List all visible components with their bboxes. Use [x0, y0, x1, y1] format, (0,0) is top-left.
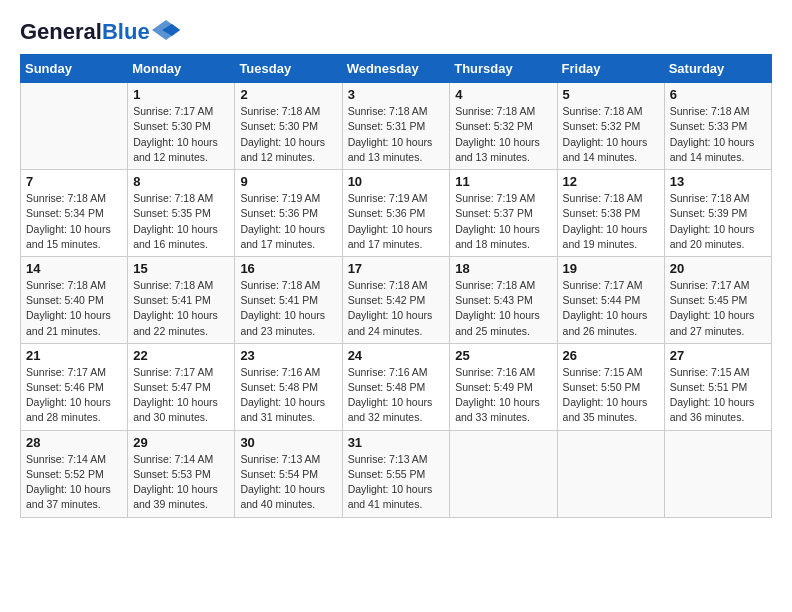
day-cell: 12Sunrise: 7:18 AMSunset: 5:38 PMDayligh…	[557, 170, 664, 257]
day-number: 6	[670, 87, 766, 102]
day-number: 10	[348, 174, 445, 189]
day-cell: 14Sunrise: 7:18 AMSunset: 5:40 PMDayligh…	[21, 256, 128, 343]
day-number: 19	[563, 261, 659, 276]
calendar-header-row: SundayMondayTuesdayWednesdayThursdayFrid…	[21, 55, 772, 83]
day-cell	[21, 83, 128, 170]
week-row-3: 14Sunrise: 7:18 AMSunset: 5:40 PMDayligh…	[21, 256, 772, 343]
day-info: Sunrise: 7:18 AMSunset: 5:32 PMDaylight:…	[455, 104, 551, 165]
day-info: Sunrise: 7:15 AMSunset: 5:50 PMDaylight:…	[563, 365, 659, 426]
header-friday: Friday	[557, 55, 664, 83]
day-number: 13	[670, 174, 766, 189]
day-cell: 16Sunrise: 7:18 AMSunset: 5:41 PMDayligh…	[235, 256, 342, 343]
page-header: GeneralBlue	[20, 20, 772, 44]
day-info: Sunrise: 7:18 AMSunset: 5:30 PMDaylight:…	[240, 104, 336, 165]
day-number: 11	[455, 174, 551, 189]
day-cell	[557, 430, 664, 517]
header-sunday: Sunday	[21, 55, 128, 83]
day-number: 24	[348, 348, 445, 363]
day-cell: 5Sunrise: 7:18 AMSunset: 5:32 PMDaylight…	[557, 83, 664, 170]
day-info: Sunrise: 7:19 AMSunset: 5:36 PMDaylight:…	[348, 191, 445, 252]
day-info: Sunrise: 7:16 AMSunset: 5:49 PMDaylight:…	[455, 365, 551, 426]
day-info: Sunrise: 7:18 AMSunset: 5:38 PMDaylight:…	[563, 191, 659, 252]
day-cell: 1Sunrise: 7:17 AMSunset: 5:30 PMDaylight…	[128, 83, 235, 170]
day-number: 23	[240, 348, 336, 363]
day-number: 18	[455, 261, 551, 276]
day-cell: 17Sunrise: 7:18 AMSunset: 5:42 PMDayligh…	[342, 256, 450, 343]
day-cell: 6Sunrise: 7:18 AMSunset: 5:33 PMDaylight…	[664, 83, 771, 170]
day-number: 4	[455, 87, 551, 102]
day-info: Sunrise: 7:18 AMSunset: 5:41 PMDaylight:…	[133, 278, 229, 339]
day-cell: 25Sunrise: 7:16 AMSunset: 5:49 PMDayligh…	[450, 343, 557, 430]
day-info: Sunrise: 7:13 AMSunset: 5:55 PMDaylight:…	[348, 452, 445, 513]
day-info: Sunrise: 7:18 AMSunset: 5:41 PMDaylight:…	[240, 278, 336, 339]
day-number: 16	[240, 261, 336, 276]
logo: GeneralBlue	[20, 20, 180, 44]
day-cell: 30Sunrise: 7:13 AMSunset: 5:54 PMDayligh…	[235, 430, 342, 517]
week-row-4: 21Sunrise: 7:17 AMSunset: 5:46 PMDayligh…	[21, 343, 772, 430]
week-row-1: 1Sunrise: 7:17 AMSunset: 5:30 PMDaylight…	[21, 83, 772, 170]
day-number: 31	[348, 435, 445, 450]
day-info: Sunrise: 7:17 AMSunset: 5:45 PMDaylight:…	[670, 278, 766, 339]
day-cell: 9Sunrise: 7:19 AMSunset: 5:36 PMDaylight…	[235, 170, 342, 257]
day-cell: 19Sunrise: 7:17 AMSunset: 5:44 PMDayligh…	[557, 256, 664, 343]
day-number: 7	[26, 174, 122, 189]
day-cell: 7Sunrise: 7:18 AMSunset: 5:34 PMDaylight…	[21, 170, 128, 257]
day-info: Sunrise: 7:14 AMSunset: 5:53 PMDaylight:…	[133, 452, 229, 513]
day-cell: 3Sunrise: 7:18 AMSunset: 5:31 PMDaylight…	[342, 83, 450, 170]
day-info: Sunrise: 7:17 AMSunset: 5:46 PMDaylight:…	[26, 365, 122, 426]
header-thursday: Thursday	[450, 55, 557, 83]
day-cell: 20Sunrise: 7:17 AMSunset: 5:45 PMDayligh…	[664, 256, 771, 343]
day-cell: 27Sunrise: 7:15 AMSunset: 5:51 PMDayligh…	[664, 343, 771, 430]
day-cell: 22Sunrise: 7:17 AMSunset: 5:47 PMDayligh…	[128, 343, 235, 430]
day-info: Sunrise: 7:18 AMSunset: 5:35 PMDaylight:…	[133, 191, 229, 252]
day-cell: 8Sunrise: 7:18 AMSunset: 5:35 PMDaylight…	[128, 170, 235, 257]
header-tuesday: Tuesday	[235, 55, 342, 83]
header-saturday: Saturday	[664, 55, 771, 83]
day-cell: 4Sunrise: 7:18 AMSunset: 5:32 PMDaylight…	[450, 83, 557, 170]
day-cell: 26Sunrise: 7:15 AMSunset: 5:50 PMDayligh…	[557, 343, 664, 430]
day-info: Sunrise: 7:16 AMSunset: 5:48 PMDaylight:…	[348, 365, 445, 426]
week-row-5: 28Sunrise: 7:14 AMSunset: 5:52 PMDayligh…	[21, 430, 772, 517]
day-cell	[664, 430, 771, 517]
day-number: 2	[240, 87, 336, 102]
day-cell: 29Sunrise: 7:14 AMSunset: 5:53 PMDayligh…	[128, 430, 235, 517]
day-info: Sunrise: 7:14 AMSunset: 5:52 PMDaylight:…	[26, 452, 122, 513]
calendar-table: SundayMondayTuesdayWednesdayThursdayFrid…	[20, 54, 772, 517]
day-cell: 15Sunrise: 7:18 AMSunset: 5:41 PMDayligh…	[128, 256, 235, 343]
day-cell: 2Sunrise: 7:18 AMSunset: 5:30 PMDaylight…	[235, 83, 342, 170]
day-number: 12	[563, 174, 659, 189]
day-info: Sunrise: 7:17 AMSunset: 5:44 PMDaylight:…	[563, 278, 659, 339]
day-info: Sunrise: 7:18 AMSunset: 5:31 PMDaylight:…	[348, 104, 445, 165]
day-number: 28	[26, 435, 122, 450]
week-row-2: 7Sunrise: 7:18 AMSunset: 5:34 PMDaylight…	[21, 170, 772, 257]
day-number: 3	[348, 87, 445, 102]
day-number: 20	[670, 261, 766, 276]
day-cell: 31Sunrise: 7:13 AMSunset: 5:55 PMDayligh…	[342, 430, 450, 517]
day-info: Sunrise: 7:18 AMSunset: 5:34 PMDaylight:…	[26, 191, 122, 252]
day-info: Sunrise: 7:18 AMSunset: 5:42 PMDaylight:…	[348, 278, 445, 339]
logo-icon	[152, 20, 180, 40]
day-cell: 18Sunrise: 7:18 AMSunset: 5:43 PMDayligh…	[450, 256, 557, 343]
day-cell: 21Sunrise: 7:17 AMSunset: 5:46 PMDayligh…	[21, 343, 128, 430]
day-cell: 28Sunrise: 7:14 AMSunset: 5:52 PMDayligh…	[21, 430, 128, 517]
day-info: Sunrise: 7:19 AMSunset: 5:36 PMDaylight:…	[240, 191, 336, 252]
day-cell: 11Sunrise: 7:19 AMSunset: 5:37 PMDayligh…	[450, 170, 557, 257]
logo-text: GeneralBlue	[20, 20, 150, 44]
day-cell: 10Sunrise: 7:19 AMSunset: 5:36 PMDayligh…	[342, 170, 450, 257]
day-info: Sunrise: 7:13 AMSunset: 5:54 PMDaylight:…	[240, 452, 336, 513]
day-info: Sunrise: 7:15 AMSunset: 5:51 PMDaylight:…	[670, 365, 766, 426]
day-info: Sunrise: 7:18 AMSunset: 5:40 PMDaylight:…	[26, 278, 122, 339]
day-info: Sunrise: 7:18 AMSunset: 5:43 PMDaylight:…	[455, 278, 551, 339]
day-number: 15	[133, 261, 229, 276]
header-monday: Monday	[128, 55, 235, 83]
day-cell: 23Sunrise: 7:16 AMSunset: 5:48 PMDayligh…	[235, 343, 342, 430]
day-info: Sunrise: 7:18 AMSunset: 5:32 PMDaylight:…	[563, 104, 659, 165]
day-number: 8	[133, 174, 229, 189]
day-number: 25	[455, 348, 551, 363]
header-wednesday: Wednesday	[342, 55, 450, 83]
day-number: 26	[563, 348, 659, 363]
day-info: Sunrise: 7:17 AMSunset: 5:47 PMDaylight:…	[133, 365, 229, 426]
day-cell	[450, 430, 557, 517]
day-number: 29	[133, 435, 229, 450]
day-number: 27	[670, 348, 766, 363]
